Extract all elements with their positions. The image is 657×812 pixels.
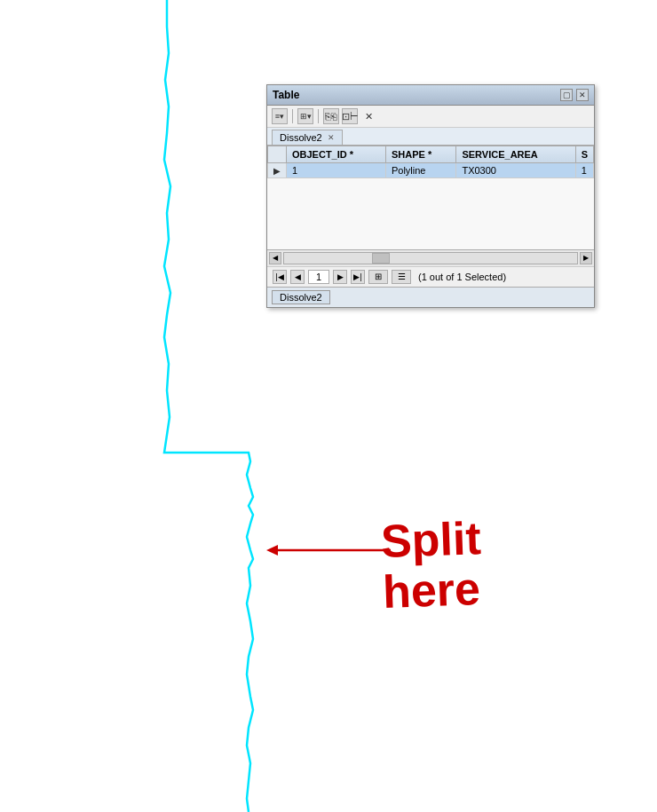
svg-marker-1 bbox=[266, 545, 278, 556]
table-content: OBJECT_ID * SHAPE * SERVICE_AREA S ▶ 1 P… bbox=[267, 146, 594, 249]
bottom-dissolve2-tab[interactable]: Dissolve2 bbox=[272, 290, 330, 304]
table-options-button[interactable]: ≡▾ bbox=[272, 108, 288, 124]
split-arrow bbox=[253, 532, 395, 568]
col-shape: SHAPE * bbox=[385, 146, 455, 163]
toolbar: ≡▾ ⊞▾ ⎘⎗ ⊡⊢ ✕ bbox=[267, 106, 594, 128]
horizontal-scrollbar[interactable]: ◀ ▶ bbox=[267, 249, 594, 266]
cell-extra: 1 bbox=[575, 163, 593, 178]
cell-shape: Polyline bbox=[385, 163, 455, 178]
toolbar-sep-2 bbox=[318, 109, 319, 123]
split-annotation-text: Split here bbox=[380, 513, 484, 618]
dissolve2-tab-close[interactable]: ✕ bbox=[328, 133, 335, 142]
table-row[interactable]: ▶ 1 Polyline TX0300 1 bbox=[268, 163, 594, 178]
title-bar: Table ▢ ✕ bbox=[267, 85, 594, 106]
last-record-button[interactable]: ▶| bbox=[351, 270, 365, 284]
scroll-track[interactable] bbox=[283, 252, 578, 264]
window-title: Table bbox=[273, 89, 299, 101]
col-object-id: OBJECT_ID * bbox=[287, 146, 386, 163]
dissolve-tab-bar: Dissolve2 ✕ bbox=[267, 128, 594, 146]
bottom-tab-label: Dissolve2 bbox=[280, 292, 322, 303]
copy-button[interactable]: ⎘⎗ bbox=[323, 108, 339, 124]
prev-record-button[interactable]: ◀ bbox=[290, 270, 305, 284]
col-extra: S bbox=[575, 146, 593, 163]
select-button[interactable]: ⊞▾ bbox=[297, 108, 313, 124]
table-window: Table ▢ ✕ ≡▾ ⊞▾ ⎘⎗ ⊡⊢ ✕ Dissolve2 ✕ bbox=[266, 84, 595, 308]
cell-service-area: TX0300 bbox=[456, 163, 575, 178]
row-arrow-icon: ▶ bbox=[273, 166, 281, 176]
bottom-tab-bar: Dissolve2 bbox=[267, 287, 594, 307]
row-arrow-cell: ▶ bbox=[268, 163, 287, 178]
table-header-row: OBJECT_ID * SHAPE * SERVICE_AREA S bbox=[268, 146, 594, 163]
dissolve2-tab-label: Dissolve2 bbox=[280, 132, 322, 143]
polyline-feature bbox=[164, 0, 253, 812]
first-record-button[interactable]: |◀ bbox=[273, 270, 287, 284]
cell-object-id: 1 bbox=[287, 163, 386, 178]
field-view-button[interactable]: ☰ bbox=[392, 270, 411, 284]
title-bar-controls: ▢ ✕ bbox=[560, 89, 589, 101]
paste-button[interactable]: ⊡⊢ bbox=[342, 108, 358, 124]
scroll-left-button[interactable]: ◀ bbox=[269, 252, 281, 264]
scroll-thumb[interactable] bbox=[372, 253, 390, 264]
col-service-area: SERVICE_AREA bbox=[456, 146, 575, 163]
toolbar-sep-1 bbox=[292, 109, 293, 123]
table-view-button[interactable]: ⊞ bbox=[368, 270, 388, 284]
current-record-input[interactable] bbox=[308, 270, 329, 284]
scroll-right-button[interactable]: ▶ bbox=[580, 252, 592, 264]
restore-button[interactable]: ▢ bbox=[560, 89, 573, 101]
selection-status: (1 out of 1 Selected) bbox=[418, 272, 506, 282]
next-record-button[interactable]: ▶ bbox=[333, 270, 347, 284]
col-selector bbox=[268, 146, 287, 163]
dissolve2-tab[interactable]: Dissolve2 ✕ bbox=[272, 130, 343, 145]
close-button[interactable]: ✕ bbox=[576, 89, 589, 101]
attribute-table: OBJECT_ID * SHAPE * SERVICE_AREA S ▶ 1 P… bbox=[267, 146, 594, 249]
navigation-bar: |◀ ◀ ▶ ▶| ⊞ ☰ (1 out of 1 Selected) bbox=[267, 266, 594, 287]
empty-row bbox=[268, 178, 594, 249]
delete-button[interactable]: ✕ bbox=[360, 108, 376, 124]
